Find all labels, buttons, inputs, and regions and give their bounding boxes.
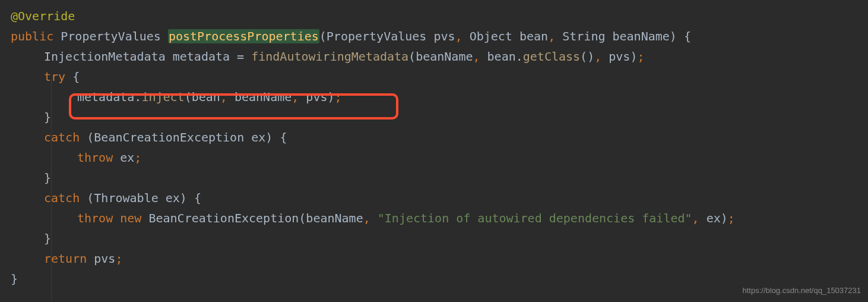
return-value: pvs (87, 251, 115, 266)
arg: ex (699, 211, 721, 225)
comma: , (548, 29, 555, 43)
keyword-throw: throw (77, 211, 113, 225)
arg: pvs (299, 90, 327, 104)
paren-open: ( (185, 90, 192, 104)
comma: , (455, 29, 462, 43)
comma: , (594, 49, 601, 64)
comma: , (220, 90, 227, 104)
code-line-4[interactable]: try { (11, 67, 857, 87)
code-line-1[interactable]: @Override (11, 6, 857, 26)
brace-close: } (44, 231, 51, 246)
arg: pvs (601, 49, 630, 64)
semicolon: ; (115, 251, 122, 266)
comma: , (692, 211, 699, 225)
object-ref: metadata. (77, 90, 141, 104)
code-line-6[interactable]: } (11, 107, 857, 127)
watermark-text: https://blog.csdn.net/qq_15037231 (743, 284, 861, 297)
var-decl: InjectionMetadata metadata = (44, 49, 251, 64)
semicolon: ; (335, 90, 342, 104)
paren-open: ( (80, 191, 94, 205)
semicolon: ; (637, 49, 644, 64)
paren-close: ) (630, 49, 637, 64)
exception-type: BeanCreationException ex (94, 130, 265, 144)
brace-close: } (44, 110, 51, 124)
comma: , (292, 90, 299, 104)
class-name: BeanCreationException (141, 211, 299, 225)
keyword-catch: catch (44, 130, 80, 144)
code-line-7[interactable]: catch (BeanCreationException ex) { (11, 127, 857, 147)
code-line-8[interactable]: throw ex; (11, 147, 857, 168)
paren-close: ) (327, 90, 334, 104)
semicolon: ; (134, 150, 141, 165)
arg: beanName (227, 90, 292, 104)
code-line-13[interactable]: return pvs; (11, 248, 857, 269)
annotation-override: @Override (11, 9, 75, 23)
method-call: getClass (523, 49, 580, 64)
param-2: Object bean (462, 29, 549, 43)
brace-open: { (65, 70, 80, 84)
param-3: String beanName (555, 29, 670, 43)
string-literal: "Injection of autowired dependencies fai… (370, 211, 692, 225)
paren-close: ) (721, 211, 728, 225)
brace-open: { (187, 191, 201, 205)
method-name: postProcessProperties (168, 29, 319, 43)
code-line-14[interactable]: } (11, 269, 857, 289)
code-line-2[interactable]: public PropertyValues postProcessPropert… (11, 26, 857, 46)
arg: beanName (306, 211, 363, 225)
paren-close: ) (670, 29, 677, 43)
identifier: ex (113, 150, 134, 165)
arg: bean. (480, 49, 523, 64)
keyword-public: public (11, 29, 53, 43)
paren-open: ( (408, 49, 416, 64)
code-line-12[interactable]: } (11, 228, 857, 248)
code-line-11[interactable]: throw new BeanCreationException(beanName… (11, 208, 857, 228)
code-line-10[interactable]: catch (Throwable ex) { (11, 188, 857, 208)
param-1: PropertyValues pvs (327, 29, 455, 43)
exception-type: Throwable ex (94, 191, 180, 205)
brace-open: { (677, 29, 691, 43)
paren-close: ) (180, 191, 187, 205)
code-line-9[interactable]: } (11, 168, 857, 188)
code-line-3[interactable]: InjectionMetadata metadata = findAutowir… (11, 46, 857, 67)
brace-close: } (11, 272, 18, 286)
comma: , (473, 49, 480, 64)
keyword-catch: catch (44, 191, 80, 205)
return-type: PropertyValues (53, 29, 168, 43)
keyword-try: try (44, 70, 65, 84)
paren-open: ( (80, 130, 94, 144)
keyword-throw: throw (77, 150, 113, 165)
brace-close: } (44, 171, 51, 185)
keyword-return: return (44, 251, 87, 266)
keyword-new: new (113, 211, 141, 225)
method-call-inject: inject (141, 90, 184, 104)
code-line-5[interactable]: metadata.inject(bean, beanName, pvs); (11, 87, 857, 107)
comma: , (363, 211, 370, 225)
semicolon: ; (728, 211, 735, 225)
paren-close: ) (265, 130, 273, 144)
paren-open: ( (299, 211, 306, 225)
arg: beanName (416, 49, 473, 64)
method-call: findAutowiringMetadata (251, 49, 408, 64)
paren: () (580, 49, 594, 64)
brace-open: { (273, 130, 287, 144)
paren-open: ( (319, 29, 327, 43)
arg: bean (192, 90, 220, 104)
